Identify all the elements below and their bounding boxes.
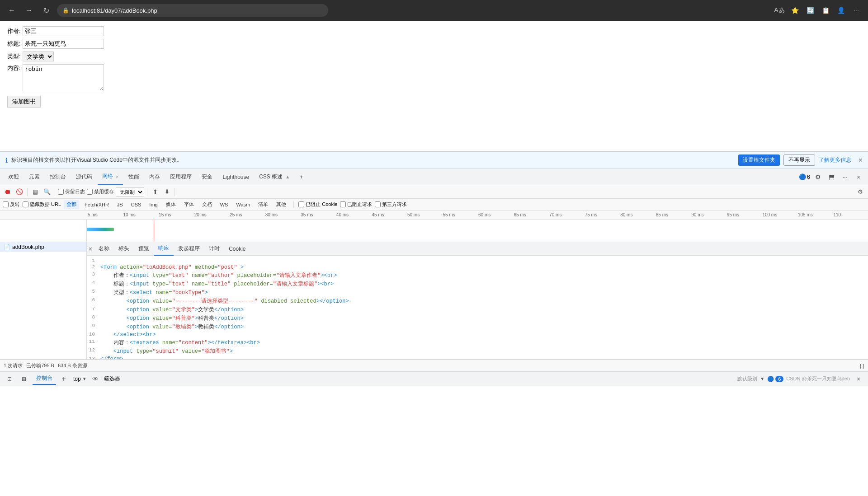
hide-data-url-checkbox[interactable]: 隐藏数据 URL: [23, 201, 61, 208]
tab-lighthouse[interactable]: Lighthouse: [218, 169, 254, 185]
requests-list: 📄 addBook.php: [0, 242, 87, 359]
detail-tab-name[interactable]: 名称: [94, 242, 114, 256]
add-console-button[interactable]: +: [59, 374, 69, 384]
record-button[interactable]: ⏺: [3, 187, 13, 197]
timeline-cursor: [154, 220, 154, 242]
transferred-size: 已传输795 B: [26, 362, 54, 369]
filter-manifest-button[interactable]: 清单: [255, 200, 271, 209]
devtools-dock-button[interactable]: ⬒: [826, 171, 837, 183]
back-button[interactable]: ←: [5, 4, 18, 17]
notification-close-button[interactable]: ×: [859, 156, 863, 164]
tick-90ms: 90 ms: [690, 212, 726, 217]
collections-icon[interactable]: 📋: [819, 4, 832, 17]
tab-security[interactable]: 安全: [197, 169, 217, 185]
console-eye-button[interactable]: 👁: [90, 373, 101, 385]
tick-55ms: 55 ms: [442, 212, 477, 217]
add-tab-button[interactable]: +: [295, 169, 307, 185]
refresh-button[interactable]: ↻: [40, 4, 52, 17]
request-item-addbook[interactable]: 📄 addBook.php: [0, 242, 86, 252]
detail-tab-preview[interactable]: 预览: [134, 242, 154, 256]
tab-memory[interactable]: 内存: [145, 169, 165, 185]
set-root-folder-button[interactable]: 设置根文件夹: [738, 154, 780, 166]
tab-network-close[interactable]: ×: [116, 174, 118, 179]
favorites-icon[interactable]: ⭐: [788, 4, 801, 17]
profile-icon[interactable]: 👤: [835, 4, 847, 17]
bottom-close-button[interactable]: ×: [853, 373, 864, 385]
reverse-checkbox[interactable]: 反转: [3, 201, 20, 208]
watermark-text: CSDN @杀死一只知更鸟deb: [786, 375, 850, 382]
learn-more-link[interactable]: 了解更多信息: [819, 156, 851, 164]
filter-media-button[interactable]: 媒体: [163, 200, 179, 209]
content-row: 内容: robin: [7, 64, 861, 91]
filter-img-button[interactable]: Img: [146, 200, 160, 209]
tick-50ms: 50 ms: [406, 212, 442, 217]
detail-close-button[interactable]: ×: [89, 245, 92, 253]
submit-button[interactable]: 添加图书: [7, 96, 41, 108]
detail-tab-initiator[interactable]: 发起程序: [174, 242, 204, 256]
filter-js-button[interactable]: JS: [114, 200, 126, 209]
tab-application[interactable]: 应用程序: [165, 169, 196, 185]
forward-button[interactable]: →: [23, 4, 35, 17]
tab-css-overview[interactable]: CSS 概述 ▲: [255, 169, 294, 185]
preserve-log-checkbox[interactable]: 保留日志: [58, 188, 85, 195]
filter-doc-button[interactable]: 文档: [199, 200, 215, 209]
devtools-more-button[interactable]: ···: [839, 171, 851, 183]
translate-icon[interactable]: Aあ: [773, 4, 786, 17]
detail-tab-headers[interactable]: 标头: [114, 242, 134, 256]
filter-ws-button[interactable]: WS: [217, 200, 231, 209]
filter-toggle-button[interactable]: ▤: [30, 187, 40, 197]
filter-other-button[interactable]: 其他: [274, 200, 289, 209]
refresh-security-icon[interactable]: 🔄: [804, 4, 816, 17]
tab-network[interactable]: 网络 ×: [98, 169, 123, 185]
devtools-close-button[interactable]: ×: [853, 171, 864, 183]
console-error-count: 6: [775, 376, 783, 382]
more-icon[interactable]: ···: [850, 4, 863, 17]
code-line-10: 10 </select><br>: [87, 331, 868, 338]
clear-button[interactable]: 🚫: [14, 187, 24, 197]
search-button[interactable]: 🔍: [42, 187, 52, 197]
detail-tab-timing[interactable]: 计时: [204, 242, 224, 256]
throttle-select[interactable]: 无限制: [116, 187, 144, 197]
context-dropdown-button[interactable]: ▼: [82, 376, 87, 381]
address-bar[interactable]: 🔒: [57, 4, 328, 17]
console-tab[interactable]: 控制台: [33, 373, 56, 385]
toolbar-separator-1: [27, 188, 28, 196]
tab-sources[interactable]: 源代码: [71, 169, 97, 185]
waterfall-bar: [87, 228, 114, 231]
bottom-icon-2[interactable]: ⊞: [18, 374, 30, 384]
blocked-cookies-checkbox[interactable]: 已阻止 Cookie: [298, 201, 337, 208]
tab-welcome[interactable]: 欢迎: [4, 169, 24, 185]
bottom-icon-1[interactable]: ⊡: [4, 374, 15, 384]
tab-performance[interactable]: 性能: [124, 169, 144, 185]
timeline-area: [0, 220, 868, 242]
filter-all-button[interactable]: 全部: [64, 200, 79, 209]
level-dropdown-button[interactable]: ▼: [760, 376, 764, 381]
devtools-status-bar: 1 次请求 已传输795 B 634 B 条资源 { }: [0, 360, 868, 371]
tab-console[interactable]: 控制台: [45, 169, 71, 185]
export-har-button[interactable]: ⬇: [162, 187, 172, 197]
toolbar-separator-4: [175, 188, 175, 196]
filter-wasm-button[interactable]: Wasm: [233, 200, 253, 209]
network-settings-button[interactable]: ⚙: [855, 187, 865, 197]
devtools-settings-button[interactable]: ⚙: [812, 171, 824, 183]
toolbar-separator-2: [55, 188, 55, 196]
import-har-button[interactable]: ⬆: [150, 187, 160, 197]
author-input[interactable]: [23, 26, 104, 36]
context-selector: top ▼: [73, 376, 87, 382]
detail-tab-response[interactable]: 响应: [154, 242, 174, 256]
disable-cache-checkbox[interactable]: 禁用缓存: [87, 188, 114, 195]
dont-show-button[interactable]: 不再显示: [783, 154, 815, 166]
content-textarea[interactable]: robin: [23, 64, 104, 91]
title-input[interactable]: [23, 39, 104, 49]
tab-elements[interactable]: 元素: [24, 169, 44, 185]
type-label: 类型:: [7, 52, 21, 61]
blocked-requests-checkbox[interactable]: 已阻止请求: [340, 201, 372, 208]
filter-font-button[interactable]: 字体: [181, 200, 197, 209]
detail-tab-cookies[interactable]: Cookie: [224, 242, 250, 256]
filter-fetch-xhr-button[interactable]: Fetch/XHR: [82, 200, 112, 209]
url-input[interactable]: [72, 7, 323, 14]
tick-25ms: 25 ms: [229, 212, 264, 217]
third-party-checkbox[interactable]: 第三方请求: [375, 201, 407, 208]
type-select[interactable]: 文学类 科普类 教辅类: [23, 51, 54, 61]
filter-css-button[interactable]: CSS: [128, 200, 144, 209]
